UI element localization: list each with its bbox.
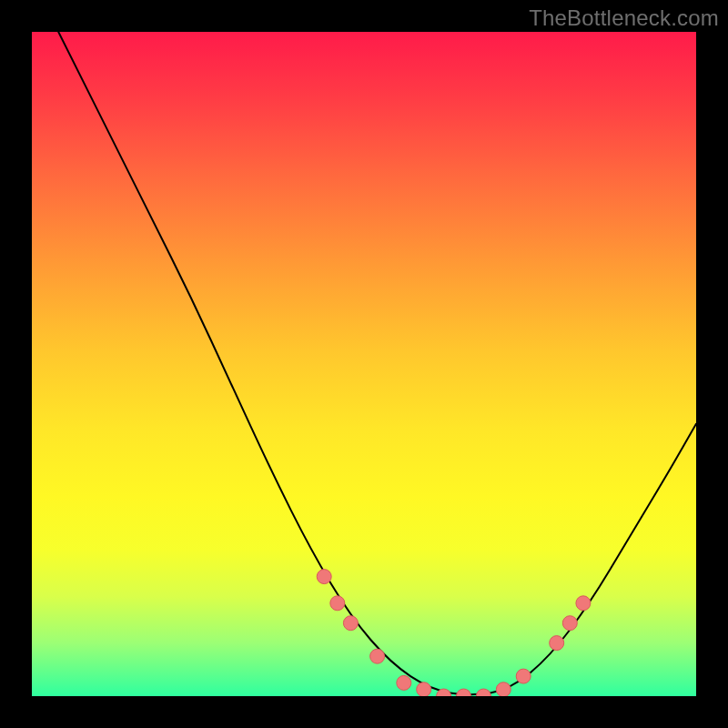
curve-marker [476, 689, 490, 696]
curve-marker [343, 616, 358, 631]
curve-marker [576, 596, 591, 611]
bottleneck-curve [58, 32, 696, 694]
chart-frame: TheBottleneck.com [0, 0, 728, 728]
curve-marker [330, 596, 345, 611]
curve-marker [457, 689, 471, 696]
curve-marker [317, 570, 331, 584]
watermark-text: TheBottleneck.com [529, 5, 719, 31]
curve-marker [496, 682, 511, 696]
curve-marker [562, 616, 577, 631]
curve-marker [397, 675, 411, 690]
curve-marker [516, 669, 531, 683]
chart-plot-area [32, 32, 696, 696]
curve-markers [317, 570, 591, 696]
chart-svg [32, 32, 696, 696]
curve-marker [550, 636, 564, 651]
curve-marker [417, 682, 431, 696]
curve-marker [370, 649, 385, 663]
